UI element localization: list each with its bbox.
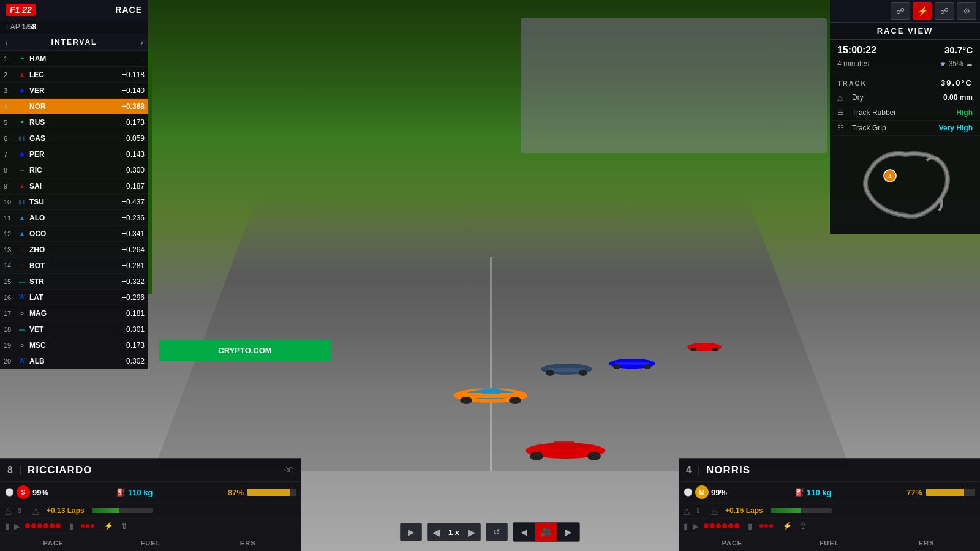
rp-btn-stats[interactable]: ☍ bbox=[891, 2, 910, 20]
pos-mag: 17 bbox=[4, 310, 16, 317]
team-icon-ver: ◆ bbox=[16, 87, 28, 94]
dp-footer-ricciardo: PACE FUEL ERS bbox=[0, 534, 301, 551]
interval-str: +0.322 bbox=[122, 277, 145, 286]
interval-label: INTERVAL bbox=[51, 38, 97, 47]
driver-panel-norris: 4 | NORRIS ⚪ M 99% ⛽ 110 kg 77% △ bbox=[679, 458, 980, 551]
driver-row-alb[interactable]: 20 W ALB +0.302 bbox=[0, 353, 148, 369]
interval-next[interactable]: › bbox=[140, 37, 143, 47]
rubber-icon: ☰ bbox=[837, 108, 847, 117]
team-icon-zho: ○ bbox=[16, 246, 28, 253]
driver-row-bot[interactable]: 14 ○ BOT +0.281 bbox=[0, 258, 148, 274]
interval-vet: +0.301 bbox=[122, 325, 145, 334]
dp-dot-n3 bbox=[716, 523, 721, 528]
team-icon-tsu: ▮▮ bbox=[16, 198, 28, 205]
play-btn[interactable]: ▶ bbox=[400, 523, 422, 541]
dp-delta-val-n: +0.15 Laps bbox=[725, 506, 763, 515]
svg-point-22 bbox=[712, 348, 718, 351]
cam-prev-btn[interactable]: ◀ bbox=[513, 523, 535, 541]
svg-rect-11 bbox=[553, 441, 575, 449]
driver-row-ham[interactable]: 1 ⚭ HAM - bbox=[0, 51, 148, 67]
driver-row-oco[interactable]: 12 ▲ OCO +0.341 bbox=[0, 226, 148, 242]
fuel-icon-n: ⛽ bbox=[795, 488, 804, 497]
ers-arrow-right: ⇧ bbox=[799, 521, 807, 531]
rp-btn-chart[interactable]: ☍ bbox=[935, 2, 954, 20]
team-icon-ric: → bbox=[16, 167, 28, 173]
interval-per: +0.143 bbox=[122, 150, 145, 159]
dp-footer-pace: PACE bbox=[5, 537, 102, 548]
driver-row-msc[interactable]: 19 ○ MSC +0.173 bbox=[0, 337, 148, 353]
dp-icon3c: ▮ bbox=[69, 522, 74, 531]
interval-bar: ‹ INTERVAL › bbox=[0, 34, 148, 51]
driver-row-vet[interactable]: 18 ▬ VET +0.301 bbox=[0, 321, 148, 337]
svg-point-19 bbox=[644, 364, 651, 369]
dp-delta-icon-n: △ bbox=[711, 506, 718, 515]
driver-row-alo[interactable]: 11 ▲ ALO +0.236 bbox=[0, 210, 148, 226]
dp-icon3a-n: ▮ bbox=[684, 522, 688, 531]
dp-tyre-badge-n: M bbox=[695, 485, 709, 499]
dp-row3-ricciardo: ▮ ▶ ▮ ⚡ ⇧ bbox=[0, 519, 301, 534]
driver-row-ver[interactable]: 3 ◆ VER +0.140 bbox=[0, 83, 148, 99]
dp-footer-fuel-label: FUEL bbox=[102, 537, 200, 548]
rp-time-row: 15:00:22 30.7°C bbox=[830, 40, 980, 58]
speed-next[interactable]: ▶ bbox=[468, 527, 475, 538]
svg-rect-17 bbox=[615, 362, 649, 365]
cam-next-btn[interactable]: ▶ bbox=[557, 523, 579, 541]
driver-code-bot: BOT bbox=[29, 261, 55, 270]
dp-dots-ers bbox=[25, 523, 61, 528]
car-ferrari2 bbox=[686, 337, 723, 355]
driver-row-gas[interactable]: 6 ▮▮ GAS +0.059 bbox=[0, 130, 148, 146]
driver-row-mag[interactable]: 17 ○ MAG +0.181 bbox=[0, 305, 148, 321]
dp-eye-ricciardo[interactable]: 👁 bbox=[284, 465, 294, 476]
rp-btn-race[interactable]: ⚡ bbox=[913, 2, 932, 20]
dp-dot-ns1 bbox=[760, 524, 763, 528]
dp-fuel-pct: 87% bbox=[228, 488, 244, 497]
driver-row-str[interactable]: 15 ▬ STR +0.322 bbox=[0, 274, 148, 290]
pos-oco: 12 bbox=[4, 230, 16, 238]
dp-pace-label-n: PACE bbox=[722, 539, 742, 547]
grandstands bbox=[521, 18, 827, 153]
interval-prev[interactable]: ‹ bbox=[5, 37, 8, 47]
car-redbull bbox=[608, 351, 657, 373]
dp-icon3b-n: ▶ bbox=[693, 522, 699, 531]
driver-row-zho[interactable]: 13 ○ ZHO +0.264 bbox=[0, 242, 148, 258]
dp-header-norris: 4 | NORRIS bbox=[679, 459, 980, 482]
driver-row-nor[interactable]: 4 → NOR +0.368 bbox=[0, 99, 148, 114]
driver-row-per[interactable]: 7 ◆ PER +0.143 bbox=[0, 146, 148, 162]
rp-clock: 15:00:22 bbox=[837, 45, 876, 56]
camera-group: ◀ 🎥 ▶ bbox=[513, 522, 580, 542]
car-mclaren bbox=[451, 377, 530, 410]
dp-dot-n1 bbox=[704, 523, 709, 528]
interval-msc: +0.173 bbox=[122, 341, 145, 350]
interval-bot: +0.281 bbox=[122, 261, 145, 270]
driver-row-lat[interactable]: 16 W LAT +0.296 bbox=[0, 290, 148, 305]
driver-row-ric[interactable]: 8 → RIC +0.300 bbox=[0, 162, 148, 178]
playback-controls: ▶ ◀ 1 x ▶ ↺ ◀ 🎥 ▶ bbox=[400, 522, 580, 542]
driver-row-tsu[interactable]: 10 ▮▮ TSU +0.437 bbox=[0, 194, 148, 210]
pos-per: 7 bbox=[4, 151, 16, 158]
rp-btn-settings[interactable]: ⚙ bbox=[957, 2, 976, 20]
dp-dots-drs-n bbox=[760, 524, 773, 528]
team-icon-alb: W bbox=[16, 358, 28, 364]
pos-alo: 11 bbox=[4, 214, 16, 222]
dp-fuel-amount: 110 kg bbox=[128, 488, 153, 497]
dp-dot-s2 bbox=[86, 524, 89, 528]
rp-condition-label: Dry bbox=[852, 93, 938, 102]
team-icon-oco: ▲ bbox=[16, 230, 28, 237]
rewind-btn[interactable]: ↺ bbox=[486, 523, 508, 541]
driver-row-lec[interactable]: 2 ▲ LEC +0.118 bbox=[0, 67, 148, 83]
svg-rect-13 bbox=[548, 368, 585, 372]
speed-prev[interactable]: ◀ bbox=[432, 527, 440, 538]
driver-row-rus[interactable]: 5 ⚭ RUS +0.173 bbox=[0, 114, 148, 130]
dp-dot-s1 bbox=[81, 524, 85, 528]
dp-dot-n5 bbox=[728, 523, 733, 528]
driver-code-lat: LAT bbox=[29, 293, 55, 302]
team-icon-alo: ▲ bbox=[16, 214, 28, 221]
dp-dots-drs bbox=[81, 524, 94, 528]
interval-alo: +0.236 bbox=[122, 214, 145, 222]
driver-code-ham: HAM bbox=[29, 54, 55, 63]
dp-number-norris: 4 bbox=[686, 465, 692, 476]
driver-code-ric: RIC bbox=[29, 166, 55, 174]
driver-row-sai[interactable]: 9 ▲ SAI +0.187 bbox=[0, 178, 148, 194]
cam-video-btn[interactable]: 🎥 bbox=[535, 523, 557, 541]
interval-oco: +0.341 bbox=[122, 230, 145, 238]
